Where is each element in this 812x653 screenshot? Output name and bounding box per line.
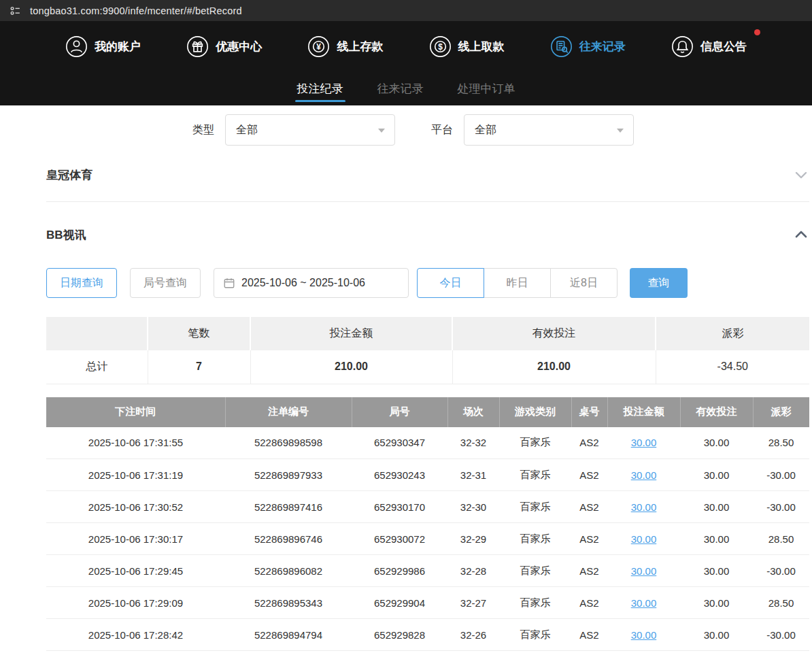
- query-bar: 日期查询 局号查询 2025-10-06 ~ 2025-10-06 今日 昨日 …: [46, 268, 809, 298]
- table-row: 2025-10-06 17:29:45522869896082652929986…: [46, 555, 809, 587]
- cell-valid: 30.00: [680, 555, 753, 587]
- bet-table-body: 2025-10-06 17:31:55522869898598652930347…: [46, 427, 809, 651]
- cell-round: 652929828: [352, 619, 447, 651]
- cell-payout: -30.00: [753, 491, 809, 523]
- filter-row: 类型 全部 平台 全部: [192, 114, 809, 146]
- nav-item-promotions[interactable]: 优惠中心: [186, 35, 262, 58]
- last8days-button[interactable]: 近8日: [550, 268, 618, 298]
- bet-amount-link[interactable]: 30.00: [631, 469, 657, 481]
- nav-label: 线上存款: [337, 39, 383, 54]
- nav-item-my-account[interactable]: 我的账户: [65, 35, 141, 58]
- cell-order: 522869897933: [225, 459, 352, 491]
- column-header: 有效投注: [680, 397, 753, 427]
- bell-icon: [671, 35, 694, 58]
- cell-time: 2025-10-06 17:31:19: [46, 459, 225, 491]
- cell-game: 百家乐: [499, 555, 571, 587]
- cell-table: AS2: [571, 523, 607, 555]
- column-header: 派彩: [753, 397, 809, 427]
- cell-bet: 30.00: [607, 523, 680, 555]
- gift-icon: [186, 35, 209, 58]
- summary-count: 7: [148, 350, 250, 384]
- nav-item-announcements[interactable]: 信息公告: [671, 35, 747, 58]
- bet-table-header-row: 下注时间注单编号局号场次游戏类别桌号投注金额有效投注派彩: [46, 397, 809, 427]
- table-row: 2025-10-06 17:30:52522869897416652930170…: [46, 491, 809, 523]
- bet-amount-link[interactable]: 30.00: [631, 501, 657, 513]
- platform-select[interactable]: 全部: [464, 114, 634, 146]
- column-header: 桌号: [571, 397, 607, 427]
- cell-payout: 28.50: [753, 523, 809, 555]
- bet-amount-link[interactable]: 30.00: [631, 629, 657, 641]
- nav-item-records[interactable]: 往来记录: [550, 35, 626, 58]
- cell-payout: 28.50: [753, 427, 809, 459]
- cell-valid: 30.00: [680, 587, 753, 619]
- bet-amount-link[interactable]: 30.00: [631, 597, 657, 609]
- cell-time: 2025-10-06 17:30:17: [46, 523, 225, 555]
- round-query-button[interactable]: 局号查询: [130, 268, 201, 298]
- summary-total-row: 总计 7 210.00 210.00 -34.50: [46, 350, 809, 384]
- url-text[interactable]: tongbao31.com:9900/infe/mcenter/#/betRec…: [30, 5, 242, 16]
- chevron-up-icon[interactable]: [793, 227, 809, 243]
- bet-amount-link[interactable]: 30.00: [631, 565, 657, 577]
- cell-round: 652929986: [352, 555, 447, 587]
- nav-item-deposit[interactable]: ¥ 线上存款: [307, 35, 383, 58]
- summary-payout: -34.50: [656, 350, 809, 384]
- cell-game: 百家乐: [499, 619, 571, 651]
- section-crown-sports[interactable]: 皇冠体育: [46, 167, 809, 183]
- cell-session: 32-30: [447, 491, 499, 523]
- cell-valid: 30.00: [680, 619, 753, 651]
- bet-amount-link[interactable]: 30.00: [631, 437, 657, 448]
- cell-valid: 30.00: [680, 523, 753, 555]
- type-select[interactable]: 全部: [225, 114, 395, 146]
- summary-valid-bet: 210.00: [452, 350, 656, 384]
- tab-bet-records[interactable]: 投注纪录: [297, 71, 343, 105]
- column-header: 投注金额: [607, 397, 680, 427]
- user-icon: [65, 35, 88, 58]
- chevron-down-icon[interactable]: [793, 167, 809, 183]
- cell-session: 32-27: [447, 587, 499, 619]
- summary-table: 笔数 投注金额 有效投注 派彩 总计 7 210.00 210.00 -34.5…: [46, 317, 809, 384]
- cell-time: 2025-10-06 17:30:52: [46, 491, 225, 523]
- cell-round: 652930243: [352, 459, 447, 491]
- browser-tab-list-icon[interactable]: [10, 5, 22, 17]
- type-select-value: 全部: [236, 123, 258, 137]
- cell-bet: 30.00: [607, 427, 680, 459]
- cell-order: 522869896082: [225, 555, 352, 587]
- table-row: 2025-10-06 17:31:19522869897933652930243…: [46, 459, 809, 491]
- section-bb-video[interactable]: BB视讯: [46, 227, 809, 243]
- cell-table: AS2: [571, 459, 607, 491]
- tab-processing-orders[interactable]: 处理中订单: [458, 71, 515, 105]
- nav-label: 我的账户: [95, 39, 141, 54]
- search-button[interactable]: 查询: [630, 268, 688, 298]
- summary-header-payout: 派彩: [656, 317, 809, 350]
- cell-session: 32-29: [447, 523, 499, 555]
- calendar-icon: [223, 277, 235, 289]
- bet-amount-link[interactable]: 30.00: [631, 533, 657, 545]
- cell-round: 652930072: [352, 523, 447, 555]
- table-row: 2025-10-06 17:30:17522869896746652930072…: [46, 523, 809, 555]
- platform-filter-label: 平台: [431, 123, 453, 137]
- table-row: 2025-10-06 17:28:42522869894794652929828…: [46, 619, 809, 651]
- summary-header-valid-bet: 有效投注: [452, 317, 656, 350]
- cell-time: 2025-10-06 17:31:55: [46, 427, 225, 459]
- cell-session: 32-28: [447, 555, 499, 587]
- cell-time: 2025-10-06 17:29:45: [46, 555, 225, 587]
- today-button[interactable]: 今日: [417, 268, 484, 298]
- nav-label: 往来记录: [579, 39, 626, 54]
- date-range-input[interactable]: 2025-10-06 ~ 2025-10-06: [214, 268, 409, 298]
- nav-item-withdraw[interactable]: $ 线上取款: [429, 35, 505, 58]
- column-header: 下注时间: [46, 397, 225, 427]
- nav-label: 优惠中心: [216, 39, 262, 54]
- cell-game: 百家乐: [499, 427, 571, 459]
- date-query-button[interactable]: 日期查询: [46, 268, 117, 298]
- cell-game: 百家乐: [499, 523, 571, 555]
- cell-bet: 30.00: [607, 555, 680, 587]
- cell-round: 652930347: [352, 427, 447, 459]
- cell-payout: -30.00: [753, 555, 809, 587]
- cell-bet: 30.00: [607, 619, 680, 651]
- yesterday-button[interactable]: 昨日: [484, 268, 551, 298]
- bet-table: 下注时间注单编号局号场次游戏类别桌号投注金额有效投注派彩 2025-10-06 …: [46, 397, 809, 652]
- notification-badge: [754, 29, 760, 35]
- cell-time: 2025-10-06 17:29:09: [46, 587, 225, 619]
- tab-transaction-records[interactable]: 往来记录: [377, 71, 424, 105]
- summary-header-row: 笔数 投注金额 有效投注 派彩: [46, 317, 809, 350]
